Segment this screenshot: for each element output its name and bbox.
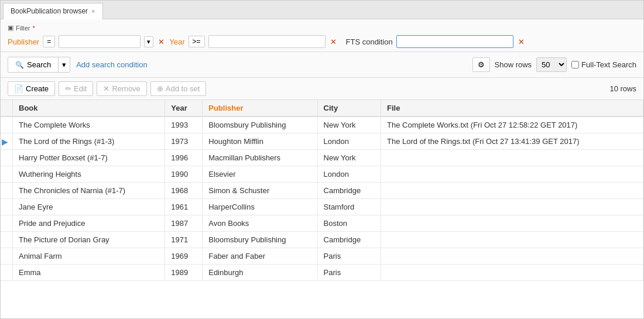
table-row[interactable]: Pride and Prejudice1987Avon BooksBoston xyxy=(1,215,643,232)
cell-year: 1990 xyxy=(165,166,203,183)
cell-city: London xyxy=(317,133,381,150)
create-button[interactable]: 📄 Create xyxy=(8,81,55,96)
cell-city: Cambridge xyxy=(317,232,381,248)
cell-year: 1961 xyxy=(165,199,203,215)
show-rows-label: Show rows xyxy=(495,60,532,69)
cell-book: The Lord of the Rings (#1-3) xyxy=(13,133,165,150)
table-row[interactable]: Harry Potter Boxset (#1-7)1996Macmillan … xyxy=(1,150,643,166)
cell-publisher: Avon Books xyxy=(203,215,317,232)
add-to-set-icon: ⊕ xyxy=(157,84,163,93)
publisher-clear-btn[interactable]: ✕ xyxy=(157,37,166,46)
search-button[interactable]: 🔍 Search xyxy=(8,57,58,72)
cell-book: The Complete Works xyxy=(13,116,165,133)
cell-year: 1993 xyxy=(165,116,203,133)
cell-city: New York xyxy=(317,116,381,133)
cell-book: Pride and Prejudice xyxy=(13,215,165,232)
table-header-row: Book Year Publisher City File xyxy=(1,100,643,116)
cell-year: 1987 xyxy=(165,215,203,232)
publisher-input[interactable] xyxy=(59,35,141,48)
tab-bookpublication[interactable]: BookPublication browser × xyxy=(3,3,103,19)
table-body: The Complete Works1993Bloomsbury Publish… xyxy=(1,116,643,281)
cell-city: Paris xyxy=(317,248,381,265)
add-search-condition-link[interactable]: Add search condition xyxy=(76,60,147,69)
th-arrow xyxy=(1,100,13,116)
row-arrow-cell xyxy=(1,215,13,232)
cell-year: 1996 xyxy=(165,150,203,166)
cell-file xyxy=(381,199,643,215)
search-row: 🔍 Search ▾ Add search condition ⚙ Show r… xyxy=(1,52,643,78)
right-controls: ⚙ Show rows 50 100 200 Full-Text Search xyxy=(472,57,637,72)
cell-file: The Lord of the Rings.txt (Fri Oct 27 13… xyxy=(381,133,643,150)
filter-row: Publisher = ▾ ✕ Year >= ✕ FTS condition … xyxy=(8,35,636,48)
th-file: File xyxy=(381,100,643,116)
table-row[interactable]: Wuthering Heights1990ElsevierLondon xyxy=(1,166,643,183)
cell-file xyxy=(381,215,643,232)
search-dropdown-btn[interactable]: ▾ xyxy=(58,57,70,72)
remove-icon: ✕ xyxy=(103,84,109,93)
cell-city: New York xyxy=(317,150,381,166)
tab-close-icon[interactable]: × xyxy=(91,8,95,15)
search-btn-group: 🔍 Search ▾ xyxy=(8,57,70,73)
cell-publisher: Simon & Schuster xyxy=(203,183,317,199)
row-arrow-cell xyxy=(1,199,13,215)
table-row[interactable]: The Complete Works1993Bloomsbury Publish… xyxy=(1,116,643,133)
cell-year: 1971 xyxy=(165,232,203,248)
edit-button[interactable]: ✏ Edit xyxy=(59,81,93,96)
cell-publisher: Faber and Faber xyxy=(203,248,317,265)
edit-label: Edit xyxy=(74,84,87,93)
cell-file: The Complete Works.txt (Fri Oct 27 12:58… xyxy=(381,116,643,133)
remove-button[interactable]: ✕ Remove xyxy=(97,81,146,96)
th-city: City xyxy=(317,100,381,116)
rows-select[interactable]: 50 100 200 xyxy=(536,57,567,72)
edit-icon: ✏ xyxy=(65,84,71,93)
cell-publisher: Houghton Mifflin xyxy=(203,133,317,150)
table-row[interactable]: Animal Farm1969Faber and FaberParis xyxy=(1,248,643,265)
fts-checkbox-label[interactable]: Full-Text Search xyxy=(571,60,636,69)
toolbar: 📄 Create ✏ Edit ✕ Remove ⊕ Add to set 10… xyxy=(1,78,643,100)
tab-bar: BookPublication browser × xyxy=(1,1,643,19)
publisher-dropdown-btn[interactable]: ▾ xyxy=(144,36,153,47)
cell-publisher: Macmillan Publishers xyxy=(203,150,317,166)
cell-book: Harry Potter Boxset (#1-7) xyxy=(13,150,165,166)
fts-clear-btn[interactable]: ✕ xyxy=(517,37,526,46)
cell-book: Wuthering Heights xyxy=(13,166,165,183)
main-window: BookPublication browser × ▣ Filter * Pub… xyxy=(0,0,644,319)
table-row[interactable]: Jane Eyre1961HarperCollinsStamford xyxy=(1,199,643,215)
publisher-operator-btn[interactable]: = xyxy=(43,36,55,47)
cell-file xyxy=(381,232,643,248)
publisher-field-label: Publisher xyxy=(8,37,39,46)
cell-publisher: HarperCollins xyxy=(203,199,317,215)
cell-book: Emma xyxy=(13,265,165,281)
data-table: Book Year Publisher City File The Comple… xyxy=(1,100,643,281)
cell-book: The Picture of Dorian Gray xyxy=(13,232,165,248)
cell-book: The Chronicles of Narnia (#1-7) xyxy=(13,183,165,199)
year-clear-btn[interactable]: ✕ xyxy=(329,37,338,46)
table-row[interactable]: The Picture of Dorian Gray1971Bloomsbury… xyxy=(1,232,643,248)
row-arrow-cell xyxy=(1,183,13,199)
table-row[interactable]: Emma1989EdinburghParis xyxy=(1,265,643,281)
cell-book: Animal Farm xyxy=(13,248,165,265)
row-arrow-cell xyxy=(1,166,13,183)
fts-checkbox[interactable] xyxy=(571,61,579,68)
row-arrow-cell xyxy=(1,116,13,133)
gear-button[interactable]: ⚙ xyxy=(472,57,490,72)
filter-label: ▣ Filter * xyxy=(8,24,636,32)
cell-publisher: Bloomsbury Publishing xyxy=(203,232,317,248)
create-icon: 📄 xyxy=(14,84,23,93)
fts-input[interactable] xyxy=(396,35,513,48)
th-publisher: Publisher xyxy=(203,100,317,116)
row-arrow-cell xyxy=(1,265,13,281)
cell-city: Cambridge xyxy=(317,183,381,199)
table-row[interactable]: ▶The Lord of the Rings (#1-3)1973Houghto… xyxy=(1,133,643,150)
cell-city: Boston xyxy=(317,215,381,232)
cell-year: 1969 xyxy=(165,248,203,265)
add-to-set-button[interactable]: ⊕ Add to set xyxy=(150,81,207,96)
add-to-set-label: Add to set xyxy=(166,84,200,93)
row-arrow-cell: ▶ xyxy=(1,133,13,150)
year-operator-btn[interactable]: >= xyxy=(189,36,205,47)
cell-file xyxy=(381,166,643,183)
table-row[interactable]: The Chronicles of Narnia (#1-7)1968Simon… xyxy=(1,183,643,199)
row-arrow-cell xyxy=(1,248,13,265)
cell-publisher: Elsevier xyxy=(203,166,317,183)
year-input[interactable] xyxy=(208,35,326,48)
